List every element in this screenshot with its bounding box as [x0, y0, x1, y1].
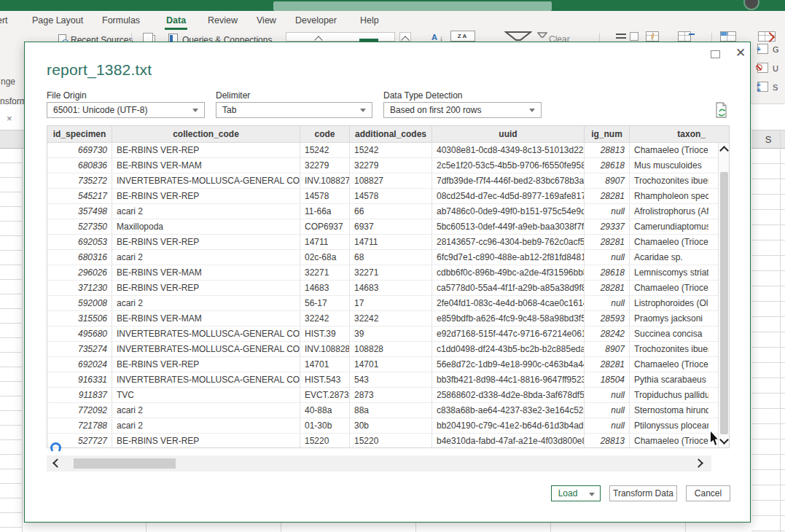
remove-duplicates-arrow: [689, 34, 695, 35]
file-origin-label: File Origin: [47, 90, 87, 101]
tab-formulas[interactable]: Formulas: [101, 12, 141, 30]
cell-id_specimen: 592008: [47, 296, 112, 310]
tab-view[interactable]: View: [255, 12, 278, 30]
cell-taxon: Rhampholeon spectrum: [630, 189, 708, 203]
table-row: 911837TVCEVCT.2873287325868602-d338-4d2e…: [47, 388, 729, 403]
cell-id_specimen: 735274: [47, 342, 112, 356]
scroll-down-icon[interactable]: [719, 435, 729, 445]
cell-ig_num: null: [585, 204, 630, 219]
cell-taxon: Trochozonites ibuensis: [630, 173, 708, 188]
transform-data-button[interactable]: Transform Data: [609, 485, 677, 501]
cell-code: 40-88a: [300, 403, 350, 418]
cell-taxon: Sternostoma hirundo: [630, 403, 708, 418]
flash-fill-icon[interactable]: [646, 31, 659, 42]
data-type-detection-select[interactable]: Based on first 200 rows: [383, 102, 542, 118]
scroll-right-icon[interactable]: [694, 458, 703, 468]
cell-collection_code: BE-RBINS VER-REP: [112, 235, 300, 249]
cell-id_specimen: 527350: [47, 219, 112, 234]
delimiter-select[interactable]: Tab: [216, 102, 372, 118]
column-header-additional_codes[interactable]: additional_codes: [350, 126, 432, 142]
cell-code: 14711: [300, 235, 350, 249]
cell-code: EVCT.2873: [300, 388, 350, 402]
cell-collection_code: BE-RBINS VER-REP: [112, 434, 300, 448]
text-to-columns-icon[interactable]: [616, 34, 626, 35]
tab-ert[interactable]: ert: [0, 12, 9, 30]
cell-collection_code: BE-RBINS VER-REP: [112, 189, 300, 203]
cell-uuid: e859bdfb-a626-4fc9-9c48-58a98bd3f5b9: [432, 311, 585, 326]
table-row: 527727BE-RBINS VER-REP1522015220b4e310da…: [47, 434, 729, 448]
column-header-taxon[interactable]: taxon_: [630, 126, 708, 142]
cell-collection_code: acari 2: [112, 418, 300, 433]
search-box[interactable]: [273, 1, 552, 11]
column-header-code[interactable]: code: [300, 126, 350, 142]
cell-code: 01-30b: [300, 418, 350, 433]
user-avatar[interactable]: [743, 0, 759, 10]
vertical-scrollbar-thumb[interactable]: [720, 172, 728, 434]
dialog-maximize-button[interactable]: [711, 50, 720, 58]
cell-code: 11-66a: [300, 204, 350, 219]
column-header-uuid[interactable]: uuid: [432, 126, 585, 142]
cell-uuid: 25868602-d338-4d2e-8bda-3af678df5a70: [432, 388, 585, 402]
cell-additional_codes: 32279: [350, 158, 432, 173]
cell-additional_codes: 17: [350, 296, 432, 310]
scroll-up-icon[interactable]: [719, 146, 729, 155]
vertical-scrollbar[interactable]: [718, 143, 729, 448]
cell-additional_codes: 32271: [350, 265, 432, 280]
cell-uuid: cdbb6f0c-896b-49bc-a2de-4f31596bb8bf: [432, 265, 585, 280]
cell-code: 15220: [300, 434, 350, 448]
cell-ig_num: 28281: [585, 189, 630, 203]
cell-code: 14701: [300, 357, 350, 372]
cell-id_specimen: 772092: [47, 403, 112, 418]
tab-help[interactable]: Help: [359, 12, 380, 30]
cell-ig_num: 28281: [585, 357, 630, 372]
cell-ig_num: null: [585, 388, 630, 402]
cell-additional_codes: 108828: [350, 342, 432, 356]
cancel-button[interactable]: Cancel: [686, 485, 730, 501]
cell-taxon: Chamaeleo (Trioceros): [630, 235, 708, 249]
cell-code: HIST.39: [300, 326, 350, 341]
column-header-collection_code[interactable]: collection_code: [112, 126, 300, 142]
subtotal-icon[interactable]: ++: [757, 82, 768, 92]
cell-uuid: bb3fb421-8d98-44c1-8816-9647ff95238d: [432, 372, 585, 387]
table-row: 692053BE-RBINS VER-REP147111471128143657…: [47, 235, 729, 250]
table-row: 545217BE-RBINS VER-REP145781457808cd254d…: [47, 189, 729, 204]
cell-ig_num: 8907: [585, 342, 630, 356]
scroll-left-icon[interactable]: [52, 458, 62, 468]
horizontal-scrollbar[interactable]: [47, 455, 711, 472]
tab-developer[interactable]: Developer: [294, 12, 338, 30]
cell-additional_codes: 543: [350, 372, 432, 387]
horizontal-scrollbar-thumb[interactable]: [74, 458, 176, 469]
what-if-icon[interactable]: [720, 31, 736, 42]
cell-code: INV.108828: [300, 342, 350, 356]
table-row: 371230BE-RBINS VER-REP1468314683ca5778d0…: [47, 281, 729, 296]
file-origin-select[interactable]: 65001: Unicode (UTF-8): [47, 102, 205, 118]
sheet-column-header-left: [0, 130, 24, 149]
cell-additional_codes: 30b: [350, 418, 432, 433]
gallery-scroll-up[interactable]: [399, 32, 411, 42]
cell-additional_codes: 15242: [350, 143, 432, 157]
tab-page-layout[interactable]: Page Layout: [31, 12, 85, 30]
load-button[interactable]: Load: [551, 485, 585, 501]
column-header-id_specimen[interactable]: id_specimen: [47, 126, 112, 142]
table-row: 692024BE-RBINS VER-REP147011470156e8d72c…: [47, 357, 729, 372]
sheet-grid-line: [780, 130, 781, 532]
formula-cancel-icon[interactable]: ×: [7, 113, 12, 124]
group-icon[interactable]: +: [757, 44, 768, 54]
forecast-sheet-icon[interactable]: [758, 31, 776, 42]
dialog-close-button[interactable]: ✕: [733, 46, 748, 60]
sort-az-icon[interactable]: A: [431, 33, 437, 42]
ungroup-icon[interactable]: [757, 63, 768, 73]
sheet-grid-bottom[interactable]: [25, 523, 751, 532]
refresh-preview-icon[interactable]: [715, 102, 728, 118]
cell-taxon: Praomys jacksoni: [630, 311, 708, 326]
filter-icon[interactable]: [504, 31, 532, 42]
sort-filter-gallery[interactable]: [286, 32, 395, 42]
tab-review[interactable]: Review: [206, 12, 239, 30]
cell-ig_num: 28618: [585, 265, 630, 280]
sort-za-icon[interactable]: ZA: [450, 31, 475, 42]
tab-data[interactable]: Data: [165, 12, 187, 30]
load-dropdown-button[interactable]: [584, 485, 601, 501]
cell-additional_codes: 32242: [350, 311, 432, 326]
column-header-ig_num[interactable]: ig_num: [585, 126, 630, 142]
sheet-grid-left[interactable]: [0, 149, 23, 532]
